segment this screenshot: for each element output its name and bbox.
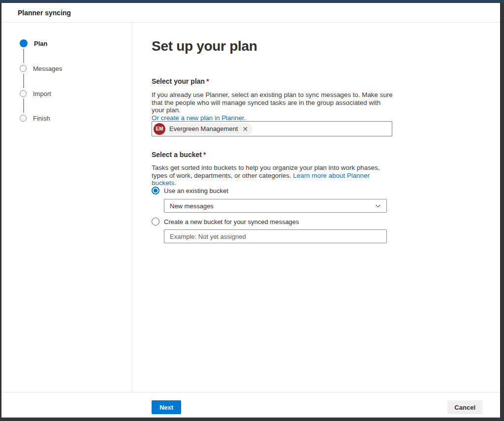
required-marker: * <box>206 77 209 85</box>
step-label: Messages <box>33 65 62 72</box>
step-connector <box>23 98 24 113</box>
radio-label: Use an existing bucket <box>164 187 228 194</box>
plan-avatar: EM <box>154 123 165 135</box>
cancel-button[interactable]: Cancel <box>447 400 482 414</box>
dialog-footer: Next Cancel <box>1 392 500 418</box>
step-import[interactable]: Import <box>20 90 51 97</box>
step-label: Finish <box>33 115 50 122</box>
bucket-dropdown[interactable]: New messages <box>164 199 387 213</box>
radio-new-bucket[interactable]: Create a new bucket for your synced mess… <box>152 217 299 226</box>
page-title: Set up your plan <box>152 38 257 54</box>
selected-plan-tag: EM Evergreen Management ✕ <box>154 123 252 135</box>
step-indicator-icon <box>20 115 27 122</box>
step-indicator-filled-icon <box>20 39 28 47</box>
step-label: Plan <box>34 40 47 47</box>
select-plan-description: If you already use Planner, select an ex… <box>152 91 395 122</box>
planner-syncing-dialog: Planner syncing Plan Messages Import Fin… <box>1 3 500 418</box>
step-finish[interactable]: Finish <box>20 114 50 122</box>
radio-existing-bucket[interactable]: Use an existing bucket <box>152 186 228 195</box>
select-bucket-label: Select a bucket* <box>152 151 206 159</box>
select-plan-label: Select your plan* <box>152 77 209 85</box>
chevron-down-icon <box>375 203 381 209</box>
step-indicator-icon <box>20 65 27 72</box>
bucket-dropdown-value: New messages <box>170 202 214 210</box>
step-connector <box>23 49 24 63</box>
plan-picker-input[interactable]: EM Evergreen Management ✕ <box>152 121 392 136</box>
remove-plan-icon[interactable]: ✕ <box>241 126 252 132</box>
step-plan[interactable]: Plan <box>20 39 47 47</box>
required-marker: * <box>203 151 206 159</box>
step-label: Import <box>33 90 51 97</box>
dialog-body: Plan Messages Import Finish Set up your … <box>1 23 500 392</box>
step-connector <box>23 74 24 88</box>
radio-unselected-icon <box>152 218 159 226</box>
radio-selected-icon <box>152 187 159 194</box>
wizard-stepper: Plan Messages Import Finish <box>1 23 132 392</box>
select-plan-label-text: Select your plan <box>152 77 205 85</box>
new-bucket-name-input[interactable] <box>164 229 387 243</box>
step-indicator-icon <box>20 90 27 97</box>
dialog-title: Planner syncing <box>18 9 71 17</box>
select-bucket-description: Tasks get sorted into buckets to help yo… <box>152 164 395 187</box>
next-button[interactable]: Next <box>152 400 181 414</box>
dialog-header: Planner syncing <box>1 3 500 23</box>
step-messages[interactable]: Messages <box>20 65 62 72</box>
radio-label: Create a new bucket for your synced mess… <box>164 218 299 226</box>
selected-plan-name: Evergreen Management <box>165 125 241 132</box>
select-bucket-label-text: Select a bucket <box>152 151 202 159</box>
select-plan-description-text: If you already use Planner, select an ex… <box>152 91 393 114</box>
